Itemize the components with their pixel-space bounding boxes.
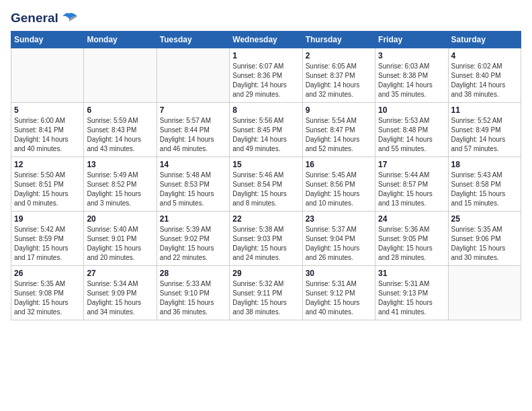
day-info-text: Sunrise: 5:56 AM Sunset: 8:45 PM Dayligh…: [232, 116, 299, 154]
day-info-text: Sunrise: 5:57 AM Sunset: 8:44 PM Dayligh…: [160, 116, 226, 154]
day-info-text: Sunrise: 5:34 AM Sunset: 9:09 PM Dayligh…: [87, 279, 153, 317]
logo: General: [11, 11, 79, 23]
column-header-sunday: Sunday: [11, 32, 84, 48]
day-number: 21: [160, 214, 226, 224]
column-header-monday: Monday: [84, 32, 157, 48]
day-number: 18: [451, 160, 518, 169]
week-row-4: 19Sunrise: 5:42 AM Sunset: 8:59 PM Dayli…: [11, 212, 521, 266]
day-info-text: Sunrise: 6:00 AM Sunset: 8:41 PM Dayligh…: [14, 116, 81, 154]
day-cell-empty: [448, 266, 521, 320]
day-info-text: Sunrise: 5:35 AM Sunset: 9:06 PM Dayligh…: [451, 225, 518, 263]
day-cell-30: 30Sunrise: 5:31 AM Sunset: 9:12 PM Dayli…: [302, 266, 375, 320]
day-info-text: Sunrise: 6:02 AM Sunset: 8:40 PM Dayligh…: [451, 62, 518, 99]
day-info-text: Sunrise: 6:03 AM Sunset: 8:38 PM Dayligh…: [378, 62, 445, 99]
day-number: 24: [378, 214, 445, 224]
day-cell-19: 19Sunrise: 5:42 AM Sunset: 8:59 PM Dayli…: [11, 212, 84, 266]
day-cell-9: 9Sunrise: 5:54 AM Sunset: 8:47 PM Daylig…: [302, 103, 375, 157]
day-number: 28: [160, 269, 226, 278]
day-cell-3: 3Sunrise: 6:03 AM Sunset: 8:38 PM Daylig…: [375, 48, 448, 103]
day-cell-29: 29Sunrise: 5:32 AM Sunset: 9:11 PM Dayli…: [230, 266, 302, 320]
week-row-2: 5Sunrise: 6:00 AM Sunset: 8:41 PM Daylig…: [11, 103, 521, 157]
day-info-text: Sunrise: 5:38 AM Sunset: 9:03 PM Dayligh…: [232, 225, 299, 263]
day-cell-empty: [84, 48, 157, 103]
day-info-text: Sunrise: 5:31 AM Sunset: 9:12 PM Dayligh…: [306, 279, 372, 317]
day-cell-26: 26Sunrise: 5:35 AM Sunset: 9:08 PM Dayli…: [11, 266, 84, 320]
day-cell-8: 8Sunrise: 5:56 AM Sunset: 8:45 PM Daylig…: [230, 103, 302, 157]
day-number: 7: [160, 105, 226, 115]
day-cell-17: 17Sunrise: 5:44 AM Sunset: 8:57 PM Dayli…: [375, 157, 448, 212]
day-number: 3: [378, 51, 445, 60]
column-header-wednesday: Wednesday: [230, 32, 302, 48]
day-number: 19: [14, 214, 81, 224]
day-info-text: Sunrise: 5:33 AM Sunset: 9:10 PM Dayligh…: [160, 279, 226, 317]
day-cell-28: 28Sunrise: 5:33 AM Sunset: 9:10 PM Dayli…: [157, 266, 229, 320]
day-cell-16: 16Sunrise: 5:45 AM Sunset: 8:56 PM Dayli…: [302, 157, 375, 212]
day-cell-4: 4Sunrise: 6:02 AM Sunset: 8:40 PM Daylig…: [448, 48, 521, 103]
day-cell-27: 27Sunrise: 5:34 AM Sunset: 9:09 PM Dayli…: [84, 266, 157, 320]
day-info-text: Sunrise: 5:39 AM Sunset: 9:02 PM Dayligh…: [160, 225, 226, 263]
day-cell-22: 22Sunrise: 5:38 AM Sunset: 9:03 PM Dayli…: [230, 212, 302, 266]
day-info-text: Sunrise: 6:07 AM Sunset: 8:36 PM Dayligh…: [232, 62, 299, 99]
logo-bird-icon: [60, 12, 79, 24]
day-cell-31: 31Sunrise: 5:31 AM Sunset: 9:13 PM Dayli…: [375, 266, 448, 320]
day-number: 26: [14, 269, 81, 278]
day-info-text: Sunrise: 5:52 AM Sunset: 8:49 PM Dayligh…: [451, 116, 518, 154]
day-info-text: Sunrise: 5:49 AM Sunset: 8:52 PM Dayligh…: [87, 171, 153, 208]
day-info-text: Sunrise: 5:53 AM Sunset: 8:48 PM Dayligh…: [378, 116, 445, 154]
day-number: 13: [87, 160, 153, 169]
day-info-text: Sunrise: 5:44 AM Sunset: 8:57 PM Dayligh…: [378, 171, 445, 208]
week-row-5: 26Sunrise: 5:35 AM Sunset: 9:08 PM Dayli…: [11, 266, 521, 320]
day-number: 22: [232, 214, 299, 224]
day-cell-5: 5Sunrise: 6:00 AM Sunset: 8:41 PM Daylig…: [11, 103, 84, 157]
day-cell-18: 18Sunrise: 5:43 AM Sunset: 8:58 PM Dayli…: [448, 157, 521, 212]
column-header-friday: Friday: [375, 32, 448, 48]
day-number: 29: [232, 269, 299, 278]
day-cell-7: 7Sunrise: 5:57 AM Sunset: 8:44 PM Daylig…: [157, 103, 229, 157]
week-row-3: 12Sunrise: 5:50 AM Sunset: 8:51 PM Dayli…: [11, 157, 521, 212]
day-number: 4: [451, 51, 518, 60]
day-cell-empty: [11, 48, 84, 103]
day-info-text: Sunrise: 5:50 AM Sunset: 8:51 PM Dayligh…: [14, 171, 81, 208]
day-number: 15: [232, 160, 299, 169]
calendar-table: SundayMondayTuesdayWednesdayThursdayFrid…: [11, 31, 521, 320]
day-cell-20: 20Sunrise: 5:40 AM Sunset: 9:01 PM Dayli…: [84, 212, 157, 266]
day-cell-15: 15Sunrise: 5:46 AM Sunset: 8:54 PM Dayli…: [230, 157, 302, 212]
day-cell-1: 1Sunrise: 6:07 AM Sunset: 8:36 PM Daylig…: [230, 48, 302, 103]
day-number: 14: [160, 160, 226, 169]
day-cell-14: 14Sunrise: 5:48 AM Sunset: 8:53 PM Dayli…: [157, 157, 229, 212]
day-info-text: Sunrise: 5:40 AM Sunset: 9:01 PM Dayligh…: [87, 225, 153, 263]
day-cell-21: 21Sunrise: 5:39 AM Sunset: 9:02 PM Dayli…: [157, 212, 229, 266]
day-cell-23: 23Sunrise: 5:37 AM Sunset: 9:04 PM Dayli…: [302, 212, 375, 266]
day-cell-24: 24Sunrise: 5:36 AM Sunset: 9:05 PM Dayli…: [375, 212, 448, 266]
day-info-text: Sunrise: 6:05 AM Sunset: 8:37 PM Dayligh…: [306, 62, 372, 99]
day-info-text: Sunrise: 5:36 AM Sunset: 9:05 PM Dayligh…: [378, 225, 445, 263]
day-number: 16: [306, 160, 372, 169]
day-cell-11: 11Sunrise: 5:52 AM Sunset: 8:49 PM Dayli…: [448, 103, 521, 157]
column-header-saturday: Saturday: [448, 32, 521, 48]
week-row-1: 1Sunrise: 6:07 AM Sunset: 8:36 PM Daylig…: [11, 48, 521, 103]
day-number: 23: [306, 214, 372, 224]
day-number: 27: [87, 269, 153, 278]
day-info-text: Sunrise: 5:37 AM Sunset: 9:04 PM Dayligh…: [306, 225, 372, 263]
day-header-row: SundayMondayTuesdayWednesdayThursdayFrid…: [11, 32, 521, 48]
day-number: 2: [306, 51, 372, 60]
day-number: 8: [232, 105, 299, 115]
day-cell-25: 25Sunrise: 5:35 AM Sunset: 9:06 PM Dayli…: [448, 212, 521, 266]
page-header: General: [11, 11, 521, 23]
day-number: 9: [306, 105, 372, 115]
column-header-tuesday: Tuesday: [157, 32, 229, 48]
day-info-text: Sunrise: 5:45 AM Sunset: 8:56 PM Dayligh…: [306, 171, 372, 208]
day-info-text: Sunrise: 5:42 AM Sunset: 8:59 PM Dayligh…: [14, 225, 81, 263]
day-info-text: Sunrise: 5:54 AM Sunset: 8:47 PM Dayligh…: [306, 116, 372, 154]
day-number: 10: [378, 105, 445, 115]
day-number: 20: [87, 214, 153, 224]
day-number: 25: [451, 214, 518, 224]
day-cell-10: 10Sunrise: 5:53 AM Sunset: 8:48 PM Dayli…: [375, 103, 448, 157]
day-number: 30: [306, 269, 372, 278]
day-info-text: Sunrise: 5:31 AM Sunset: 9:13 PM Dayligh…: [378, 279, 445, 317]
day-number: 17: [378, 160, 445, 169]
day-number: 6: [87, 105, 153, 115]
day-number: 31: [378, 269, 445, 278]
day-cell-2: 2Sunrise: 6:05 AM Sunset: 8:37 PM Daylig…: [302, 48, 375, 103]
day-info-text: Sunrise: 5:35 AM Sunset: 9:08 PM Dayligh…: [14, 279, 81, 317]
